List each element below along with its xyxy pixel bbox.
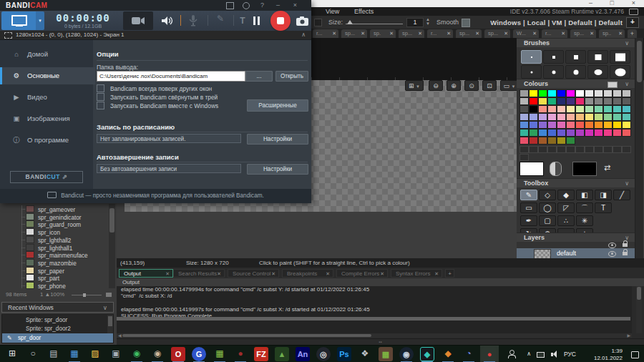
custom-colour-slot[interactable]: [594, 146, 603, 153]
brush-3px-square[interactable]: [543, 50, 564, 64]
palette-colour[interactable]: [613, 113, 622, 121]
editor-tab[interactable]: sp..✕: [599, 29, 625, 38]
sidebar-item-about[interactable]: ⓘО программе: [0, 132, 93, 149]
magic-wand-tool[interactable]: ✳: [576, 215, 593, 226]
palette-colour[interactable]: [519, 97, 529, 105]
output-folder-input[interactable]: [97, 71, 245, 82]
close-icon[interactable]: ✕: [447, 29, 451, 38]
dock-scrollbar[interactable]: [635, 38, 643, 258]
palette-colour[interactable]: [622, 97, 631, 105]
palette-colour[interactable]: [603, 105, 613, 113]
fill-tool[interactable]: ◧: [576, 190, 593, 200]
gamepad-icon[interactable]: ▣: [107, 346, 125, 362]
palette-colour[interactable]: [585, 105, 594, 113]
palette-colour[interactable]: [585, 129, 594, 137]
palette-colour[interactable]: [613, 105, 622, 113]
palette-colour[interactable]: [575, 97, 585, 105]
language-indicator[interactable]: РУС: [564, 346, 576, 362]
palette-colour[interactable]: [575, 121, 585, 129]
smudge-tool[interactable]: ◆: [557, 190, 575, 200]
search-icon[interactable]: ○: [24, 346, 42, 362]
open-folder-button[interactable]: Открыть: [275, 71, 308, 82]
custom-colour-slot[interactable]: [547, 146, 557, 153]
bandicut-footer[interactable]: Bandicut — просто незаменимая программа …: [0, 189, 311, 203]
size-value-input[interactable]: 1: [406, 18, 424, 27]
palette-colour[interactable]: [594, 129, 603, 137]
palette-colour[interactable]: [622, 113, 631, 121]
custom-colour-slot[interactable]: [519, 146, 529, 153]
brush-4px-circle[interactable]: [543, 65, 564, 79]
editor-tab[interactable]: sp...✕: [484, 29, 510, 38]
brush-12px-square[interactable]: [610, 50, 630, 64]
option-checkbox-row[interactable]: Запускать Bandicam свёрнутым в трей: [97, 93, 218, 102]
bandicam-tray-icon[interactable]: ●: [480, 346, 499, 362]
sd-tool-icon[interactable]: ❖: [356, 346, 374, 362]
drawing-overlay-icon[interactable]: ✎: [212, 14, 229, 28]
stop-record-button[interactable]: [270, 11, 291, 31]
palette-colour[interactable]: [566, 113, 575, 121]
palette-colour[interactable]: [547, 129, 557, 137]
foreground-colour-swatch[interactable]: [519, 162, 544, 176]
polygon-tool[interactable]: ◸: [557, 202, 575, 213]
pause-button[interactable]: [250, 14, 265, 28]
gimp-icon[interactable]: ◉: [148, 346, 167, 362]
palette-colour[interactable]: [575, 105, 585, 113]
palette-colour[interactable]: [557, 105, 566, 113]
palette-colour[interactable]: [538, 89, 547, 97]
close-icon[interactable]: ✕: [504, 29, 508, 38]
colours-header[interactable]: Colours ∨: [517, 79, 635, 88]
orange-app-icon[interactable]: ◆: [439, 346, 457, 362]
network-icon[interactable]: [537, 346, 545, 362]
help-icon[interactable]: ?: [260, 1, 264, 9]
custom-colour-slot[interactable]: [519, 154, 529, 161]
palette-colour[interactable]: [585, 89, 594, 97]
close-icon[interactable]: ✕: [590, 29, 594, 38]
spray-tool[interactable]: ∴: [557, 215, 575, 226]
bandicam-close-button[interactable]: ×: [293, 1, 297, 9]
palette-colour[interactable]: [594, 97, 603, 105]
close-icon[interactable]: ✕: [326, 270, 330, 278]
gplus-app-icon[interactable]: G: [190, 346, 208, 362]
checkbox[interactable]: [97, 84, 104, 92]
close-icon[interactable]: ✕: [380, 270, 384, 278]
editor-tab[interactable]: sp...✕: [456, 29, 482, 38]
palette-colour[interactable]: [519, 137, 529, 145]
custom-colour-slot[interactable]: [566, 146, 575, 153]
layers-header[interactable]: Layers ∨: [517, 233, 635, 242]
palette-colour[interactable]: [529, 121, 538, 129]
palette-colour[interactable]: [529, 105, 538, 113]
palette-colour[interactable]: [529, 129, 538, 137]
custom-colour-slot[interactable]: [575, 146, 585, 153]
palette-colour[interactable]: [519, 129, 529, 137]
console-log[interactable]: elapsed time 00:00:00.1479994s for comma…: [117, 286, 632, 333]
palette-colour[interactable]: [519, 89, 529, 97]
steam-icon[interactable]: ◉: [397, 346, 416, 362]
palette-colour[interactable]: [538, 137, 547, 145]
screen-recording-mode-button[interactable]: [1, 11, 36, 30]
bandicam-minimize-button[interactable]: –: [276, 1, 280, 9]
menu-effects[interactable]: Effects: [354, 7, 374, 16]
editor-tab[interactable]: W...✕: [513, 29, 539, 38]
editor-tab[interactable]: sp...✕: [341, 29, 367, 38]
chevron-up-icon[interactable]: ∧: [527, 346, 531, 362]
editor-tab[interactable]: sp...✕: [570, 29, 596, 38]
pencil-tool[interactable]: ✎: [520, 190, 537, 200]
ide-maximize-button[interactable]: □: [610, 0, 614, 6]
palette-colour[interactable]: [538, 97, 547, 105]
option-checkbox-row[interactable]: Запускать Bandicam вместе с Windows: [97, 102, 218, 110]
notification-center-icon[interactable]: [631, 346, 638, 362]
palette-colour[interactable]: [594, 89, 603, 97]
recent-windows-dropdown[interactable]: Recent Windows ∨: [1, 302, 114, 313]
palette-colour[interactable]: [603, 89, 613, 97]
target-manager-icon[interactable]: +: [626, 17, 639, 28]
eye-icon[interactable]: [608, 251, 616, 257]
palette-colour[interactable]: [519, 121, 529, 129]
palette-colour[interactable]: [594, 105, 603, 113]
eye-app-icon[interactable]: ◉: [127, 346, 146, 362]
close-icon[interactable]: ✕: [271, 270, 275, 278]
filezilla-icon[interactable]: FZ: [252, 346, 270, 362]
close-icon[interactable]: ✕: [389, 29, 394, 38]
sidebar-item-images[interactable]: ▣Изображения: [0, 110, 93, 127]
animate-icon[interactable]: An: [293, 346, 312, 362]
editor-tab[interactable]: r...✕: [542, 29, 567, 38]
